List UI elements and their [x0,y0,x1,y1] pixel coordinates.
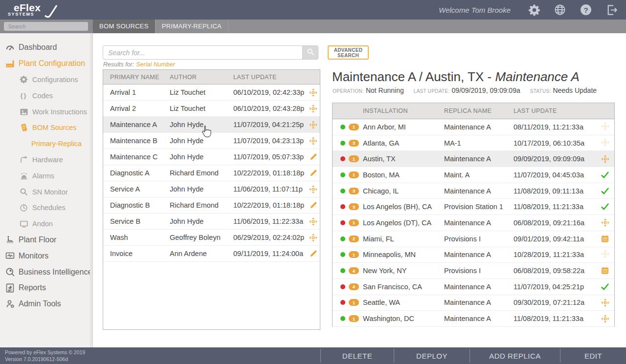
tab-bom-sources[interactable]: BOM SOURCES [93,20,156,33]
detail-meta: OPERATION:Not Running LAST UPDATE:09/09/… [333,86,597,95]
sidebar-item-reports[interactable]: Reports [0,280,92,296]
replica-row[interactable]: 1Boston, MAMaint. A11/07/2019, 04:45:03a [333,167,614,183]
status-dot-green [340,268,345,273]
replica-row[interactable]: 3Los Angelos (BH), CAProvision Station 1… [333,199,614,215]
replica-row[interactable]: 1Seattle, WAMaintenance A09/30/2019, 07:… [333,295,614,311]
sub-bar: BOM SOURCES PRIMARY-REPLICA [0,20,626,33]
edit-icon[interactable] [307,169,320,177]
bom-source-row[interactable]: InvoiceAnn Ardene09/11/2019, 11:24:00a [103,246,320,262]
sidebar-item-sn-monitor[interactable]: SN Monitor [0,184,92,200]
sidebar-item-dashboard[interactable]: Dashboard [0,40,92,56]
status-dot-green [340,141,345,146]
deploy-button[interactable]: DEPLOY [394,349,470,363]
settings-icon[interactable] [528,3,540,16]
bom-source-row[interactable]: Service AJohn Hyde11/06/2019, 11:07:11p [103,181,320,197]
move-faded-icon[interactable] [596,122,614,132]
sidebar-item-configurations[interactable]: Configurations [0,72,92,88]
sidebar-scroll-track[interactable] [90,33,92,347]
bom-source-row[interactable]: Maintenance BJohn Hyde11/07/2019, 04:23:… [103,133,320,149]
bom-source-row[interactable]: Arrival 1Liz Touchet06/10/2019, 02:42:33… [103,85,320,101]
author-cell: John Hyde [170,217,233,225]
move-icon[interactable] [307,234,320,242]
move-icon[interactable] [307,185,320,193]
replica-row[interactable]: 3Atlanta, GAMA-110/17/2019, 06:10:35a [333,135,614,151]
calendar-icon[interactable] [596,235,614,243]
sidebar-item-plant-floor[interactable]: Plant Floor [0,232,92,248]
move-icon[interactable] [307,88,320,97]
bom-source-row[interactable]: WashGeoffrey Boleyn06/29/2019, 02:24:02p [103,230,320,246]
check-icon[interactable] [596,282,614,291]
sidebar-item-bom-sources[interactable]: BOM Sources [0,120,92,136]
logout-icon[interactable] [605,3,618,16]
operation-value: Not Running [366,86,404,94]
gear-icon [19,74,29,85]
add-replica-button[interactable]: ADD REPLICA [470,349,560,363]
sidebar-item-label: Reports [19,283,46,292]
move-icon[interactable] [307,121,320,129]
move-icon[interactable] [596,299,614,307]
sidebar-item-monitors[interactable]: Monitors [0,248,92,264]
sidebar-item-business-intelligence[interactable]: Business Intelligence [0,264,92,280]
status-dot-red [340,300,345,305]
tab-primary-replica[interactable]: PRIMARY-REPLICA [156,20,228,33]
primary-name-cell: Wash [110,234,170,241]
sidebar-item-schedules[interactable]: Schedules [0,200,92,216]
check-icon[interactable] [596,171,614,179]
replica-name-cell: Maint. A [444,171,514,179]
replica-row[interactable]: 1Austin, TXMaintenance A09/09/2019, 09:0… [333,151,614,167]
sidebar-item-alarms[interactable]: Alarms [0,168,92,184]
replica-name-cell: Maintenance A [444,219,514,227]
calendar-icon[interactable] [596,267,614,275]
help-icon[interactable]: ? [580,3,592,16]
edit-icon[interactable] [307,201,320,209]
move-icon[interactable] [307,105,320,113]
footer-info: Powered by eFlex Systems © 2019 Version … [5,349,85,363]
detail-title: Maintenance A / Austin, TX - Maintenance… [332,69,580,85]
replica-row[interactable]: 4San Francisco, CAMaintenance A11/07/201… [333,279,614,295]
edit-icon[interactable] [307,153,320,161]
bom-search-input[interactable] [103,46,302,59]
bom-source-row[interactable]: Maintenance CJohn Hyde11/07/2019, 05:07:… [103,149,320,165]
edit-button[interactable]: EDIT [560,349,626,363]
replica-name-cell: Maintenance A [444,123,514,131]
replica-row[interactable]: 2Miami, FLProvisions I09/01/2019, 09:42:… [333,231,614,247]
replica-row[interactable]: 1Los Angelos (DT), CAMaintenance A06/08/… [333,215,614,231]
check-icon[interactable] [596,202,614,211]
sidebar-item-admin-tools[interactable]: Admin Tools [0,296,92,312]
delete-button[interactable]: DELETE [320,349,394,363]
move-icon[interactable] [307,137,320,145]
sidebar-item-codes[interactable]: {}Codes [0,87,92,104]
globe-icon[interactable] [554,3,566,16]
move-icon[interactable] [596,218,614,227]
bom-source-row[interactable]: Maintenance AJohn Hyde11/07/2019, 04:21:… [103,117,320,133]
advanced-search-button[interactable]: ADVANCED SEARCH [328,45,369,60]
results-for-value[interactable]: Serial Number [136,61,175,68]
search-button[interactable] [302,46,318,59]
sidebar-item-work-instructions[interactable]: Work Instructions [0,104,92,120]
replica-name-cell: Maintenance A [444,283,514,291]
bom-source-row[interactable]: Service BJohn Hyde11/06/2019, 11:22:33a [103,214,320,230]
sidebar-item-andon[interactable]: Andon [0,216,92,232]
bom-source-row[interactable]: Diagnostic BRichard Emond10/22/2019, 01:… [103,197,320,214]
sidebar-item-plant-configuration[interactable]: Plant Configuration [0,56,92,72]
move-icon[interactable] [596,155,614,163]
replica-row[interactable]: 1Minneapolis, MNMaintenance A10/28/2019,… [333,247,614,263]
replica-row[interactable]: 1Ann Arbor, MIMaintenance A08/11/2019, 1… [333,119,614,135]
sidebar-item-hardware[interactable]: Hardware [0,152,92,168]
bom-source-row[interactable]: Diagnostic ARichard Emond10/22/2019, 01:… [103,165,320,181]
sidebar-item-label: Andon [32,220,53,228]
sidebar-search-input[interactable] [4,22,88,31]
bom-source-row[interactable]: Arrival 2Liz Touchet06/10/2019, 02:43:28… [103,101,320,117]
check-icon[interactable] [596,187,614,195]
last-update-cell: 11/07/2019, 04:21:25p [233,121,307,128]
edit-icon[interactable] [307,250,320,257]
replica-row[interactable]: 1Washington, DCMaintenance A11/08/2019, … [333,311,614,327]
replica-row[interactable]: 4New York, NYProvisions I06/08/2019, 09:… [333,263,614,279]
move-faded-icon[interactable] [596,250,614,259]
installation-cell: Ann Arbor, MI [363,123,444,131]
replica-row[interactable]: 3Chicago, ILMaintenance A11/08/2019, 09:… [333,183,614,199]
move-icon[interactable] [307,217,320,226]
sidebar-item-primary-replica[interactable]: Primary-Replica [0,136,92,152]
move-icon[interactable] [596,315,614,323]
move-faded-icon[interactable] [596,138,614,148]
